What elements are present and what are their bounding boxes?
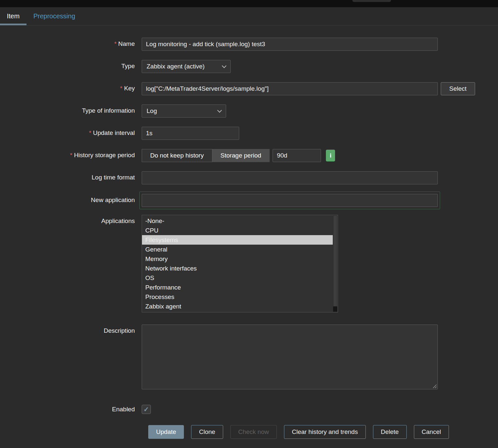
application-option[interactable]: Filesystems [142,235,333,245]
key-row: *Key Select [0,82,498,95]
key-input[interactable] [142,82,438,95]
update-interval-label: *Update interval [0,127,142,137]
type-of-information-value: Log [147,107,157,115]
application-option[interactable]: Processes [142,292,333,302]
footer-buttons: UpdateCloneCheck nowClear history and tr… [148,425,498,439]
tab-item[interactable]: Item [0,7,27,25]
history-storage-period-label: *History storage period [0,149,142,159]
applications-label: Applications [0,215,142,225]
log-time-format-input[interactable] [142,171,438,184]
application-option[interactable]: Network interfaces [142,264,333,273]
application-option[interactable]: Zabbix agent [142,302,333,311]
history-mode-option[interactable]: Do not keep history [142,149,212,162]
clear-history-and-trends-button[interactable]: Clear history and trends [284,425,366,439]
name-row: *Name [0,38,498,51]
key-select-button[interactable]: Select [441,82,475,95]
history-storage-period-row: *History storage period Do not keep hist… [0,149,498,162]
application-option[interactable]: OS [142,273,333,283]
applications-options: -None-CPUFilesystemsGeneralMemoryNetwork… [142,215,333,311]
check-now-button: Check now [230,425,277,439]
type-dropdown[interactable]: Zabbix agent (active) [142,60,231,73]
chevron-down-icon [217,108,222,112]
info-icon[interactable]: i [326,150,335,161]
description-row: Description [0,325,498,391]
update-interval-row: *Update interval [0,127,498,140]
application-option[interactable]: Memory [142,254,333,264]
required-marker: * [89,129,91,136]
history-storage-period-input[interactable] [273,149,321,162]
application-option[interactable]: CPU [142,226,333,235]
item-form: *Name Type Zabbix agent (active) *Key Se… [0,26,498,439]
applications-select[interactable]: -None-CPUFilesystemsGeneralMemoryNetwork… [142,215,338,312]
required-marker: * [114,40,116,47]
new-application-label: New application [0,192,142,204]
tab-bar: Item Preprocessing [0,7,498,26]
type-row: Type Zabbix agent (active) [0,60,498,73]
tab-preprocessing[interactable]: Preprocessing [27,7,82,25]
log-time-format-row: Log time format [0,171,498,184]
update-button[interactable]: Update [148,425,184,439]
required-marker: * [120,85,122,92]
application-option[interactable]: Performance [142,283,333,292]
cancel-button[interactable]: Cancel [414,425,449,439]
scrollbar[interactable] [333,215,337,312]
description-textarea[interactable] [142,325,438,389]
clone-button[interactable]: Clone [191,425,223,439]
checkmark-icon: ✓ [144,405,149,413]
type-of-information-row: Type of information Log [0,104,498,118]
key-label: *Key [0,82,142,92]
update-interval-input[interactable] [142,127,239,140]
description-label: Description [0,325,142,334]
scrollbar-thumb[interactable] [333,215,337,307]
new-application-input[interactable] [142,194,438,207]
delete-button[interactable]: Delete [373,425,407,439]
enabled-row: Enabled ✓ [0,405,498,414]
type-of-information-dropdown[interactable]: Log [142,104,226,118]
name-label: *Name [0,38,142,47]
new-application-row: New application [0,192,498,209]
log-time-format-label: Log time format [0,171,142,181]
history-mode-option[interactable]: Storage period [212,149,270,162]
cropped-toolbar-button[interactable] [352,0,391,2]
type-dropdown-value: Zabbix agent (active) [147,63,205,70]
name-input[interactable] [142,38,438,51]
applications-row: Applications -None-CPUFilesystemsGeneral… [0,215,498,312]
resize-handle-icon[interactable] [432,384,436,388]
history-mode-segmented-control: Do not keep history Storage period [142,149,270,162]
application-option[interactable]: General [142,245,333,254]
new-application-focus-ring [139,192,440,209]
type-label: Type [0,60,142,70]
top-bar [0,0,498,7]
chevron-down-icon [222,63,226,68]
required-marker: * [70,152,72,159]
type-of-information-label: Type of information [0,104,142,114]
application-option[interactable]: -None- [142,216,333,226]
enabled-checkbox[interactable]: ✓ [142,405,151,414]
enabled-label: Enabled [0,405,142,413]
